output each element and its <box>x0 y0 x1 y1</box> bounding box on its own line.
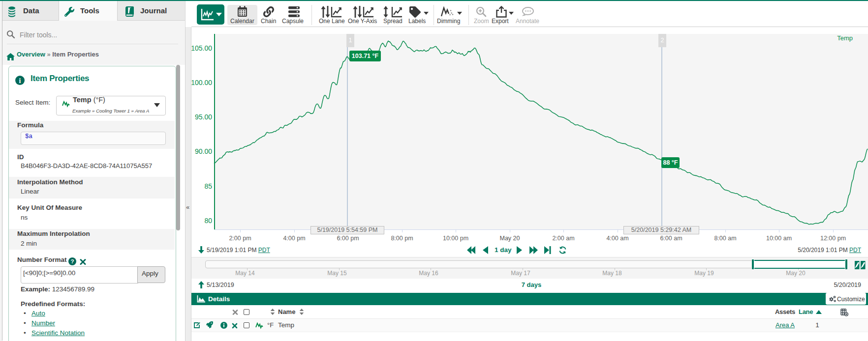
svg-text:?: ? <box>70 258 74 264</box>
svg-text:i: i <box>19 77 21 85</box>
